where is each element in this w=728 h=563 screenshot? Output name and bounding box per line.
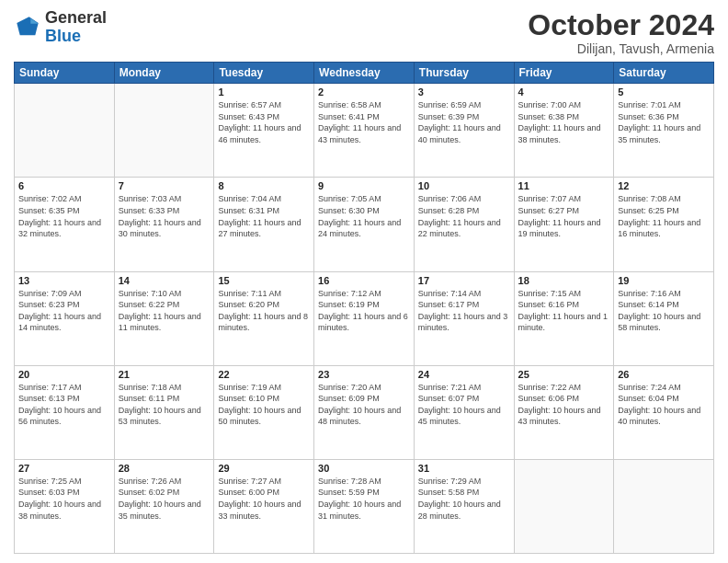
col-wednesday: Wednesday xyxy=(314,63,415,84)
day-number: 29 xyxy=(218,463,310,474)
table-row: 24Sunrise: 7:21 AM Sunset: 6:07 PM Dayli… xyxy=(414,365,514,459)
table-row: 25Sunrise: 7:22 AM Sunset: 6:06 PM Dayli… xyxy=(514,365,614,459)
day-info: Sunrise: 7:17 AM Sunset: 6:13 PM Dayligh… xyxy=(18,382,110,428)
day-number: 18 xyxy=(518,275,610,286)
table-row: 14Sunrise: 7:10 AM Sunset: 6:22 PM Dayli… xyxy=(114,271,214,365)
table-row: 29Sunrise: 7:27 AM Sunset: 6:00 PM Dayli… xyxy=(214,459,314,553)
day-info: Sunrise: 7:26 AM Sunset: 6:02 PM Dayligh… xyxy=(119,476,210,522)
day-number: 11 xyxy=(518,180,610,191)
table-row: 10Sunrise: 7:06 AM Sunset: 6:28 PM Dayli… xyxy=(414,178,514,271)
day-number: 8 xyxy=(218,180,310,191)
table-row: 15Sunrise: 7:11 AM Sunset: 6:20 PM Dayli… xyxy=(214,271,314,365)
month-title: October 2024 xyxy=(528,9,714,41)
col-saturday: Saturday xyxy=(614,63,714,84)
day-number: 24 xyxy=(418,369,510,380)
table-row: 1Sunrise: 6:57 AM Sunset: 6:43 PM Daylig… xyxy=(214,84,314,178)
day-number: 14 xyxy=(119,275,210,286)
day-number: 12 xyxy=(618,180,710,191)
day-info: Sunrise: 7:02 AM Sunset: 6:35 PM Dayligh… xyxy=(18,193,110,239)
day-info: Sunrise: 7:04 AM Sunset: 6:31 PM Dayligh… xyxy=(218,193,310,239)
day-number: 23 xyxy=(318,369,410,380)
table-row xyxy=(114,84,214,178)
day-info: Sunrise: 7:07 AM Sunset: 6:27 PM Dayligh… xyxy=(518,193,610,239)
day-number: 9 xyxy=(318,180,410,191)
day-info: Sunrise: 7:27 AM Sunset: 6:00 PM Dayligh… xyxy=(218,476,310,522)
day-info: Sunrise: 7:01 AM Sunset: 6:36 PM Dayligh… xyxy=(618,99,710,145)
day-info: Sunrise: 7:15 AM Sunset: 6:16 PM Dayligh… xyxy=(518,288,610,334)
col-tuesday: Tuesday xyxy=(214,63,314,84)
day-number: 25 xyxy=(518,369,610,380)
table-row: 22Sunrise: 7:19 AM Sunset: 6:10 PM Dayli… xyxy=(214,365,314,459)
day-info: Sunrise: 7:08 AM Sunset: 6:25 PM Dayligh… xyxy=(618,193,710,239)
table-row: 31Sunrise: 7:29 AM Sunset: 5:58 PM Dayli… xyxy=(414,459,514,553)
svg-marker-0 xyxy=(17,17,38,35)
table-row: 28Sunrise: 7:26 AM Sunset: 6:02 PM Dayli… xyxy=(114,459,214,553)
day-info: Sunrise: 7:14 AM Sunset: 6:17 PM Dayligh… xyxy=(418,288,510,334)
day-number: 5 xyxy=(618,86,710,98)
table-row: 5Sunrise: 7:01 AM Sunset: 6:36 PM Daylig… xyxy=(614,84,714,178)
day-info: Sunrise: 7:22 AM Sunset: 6:06 PM Dayligh… xyxy=(518,382,610,428)
table-row xyxy=(614,459,714,553)
table-row: 21Sunrise: 7:18 AM Sunset: 6:11 PM Dayli… xyxy=(114,365,214,459)
table-row: 8Sunrise: 7:04 AM Sunset: 6:31 PM Daylig… xyxy=(214,178,314,271)
day-number: 1 xyxy=(218,86,310,98)
table-row xyxy=(514,459,614,553)
table-row: 13Sunrise: 7:09 AM Sunset: 6:23 PM Dayli… xyxy=(15,271,115,365)
page: General Blue October 2024 Dilijan, Tavus… xyxy=(0,0,728,563)
table-row: 2Sunrise: 6:58 AM Sunset: 6:41 PM Daylig… xyxy=(314,84,415,178)
day-info: Sunrise: 6:58 AM Sunset: 6:41 PM Dayligh… xyxy=(318,99,410,145)
day-info: Sunrise: 7:19 AM Sunset: 6:10 PM Dayligh… xyxy=(218,382,310,428)
table-row: 9Sunrise: 7:05 AM Sunset: 6:30 PM Daylig… xyxy=(314,178,415,271)
calendar-week-row: 1Sunrise: 6:57 AM Sunset: 6:43 PM Daylig… xyxy=(15,84,714,178)
day-number: 26 xyxy=(618,369,710,380)
table-row: 27Sunrise: 7:25 AM Sunset: 6:03 PM Dayli… xyxy=(15,459,115,553)
day-info: Sunrise: 7:06 AM Sunset: 6:28 PM Dayligh… xyxy=(418,193,510,239)
calendar-week-row: 27Sunrise: 7:25 AM Sunset: 6:03 PM Dayli… xyxy=(15,459,714,553)
col-sunday: Sunday xyxy=(15,63,115,84)
logo-blue: Blue xyxy=(45,27,81,45)
day-number: 2 xyxy=(318,86,410,98)
table-row xyxy=(15,84,115,178)
day-info: Sunrise: 7:16 AM Sunset: 6:14 PM Dayligh… xyxy=(618,288,710,334)
col-friday: Friday xyxy=(514,63,614,84)
day-number: 16 xyxy=(318,275,410,286)
day-number: 30 xyxy=(318,463,410,474)
table-row: 23Sunrise: 7:20 AM Sunset: 6:09 PM Dayli… xyxy=(314,365,415,459)
day-info: Sunrise: 7:00 AM Sunset: 6:38 PM Dayligh… xyxy=(518,99,610,145)
day-info: Sunrise: 7:05 AM Sunset: 6:30 PM Dayligh… xyxy=(318,193,410,239)
calendar-week-row: 13Sunrise: 7:09 AM Sunset: 6:23 PM Dayli… xyxy=(15,271,714,365)
logo-general: General xyxy=(45,8,107,27)
day-info: Sunrise: 7:20 AM Sunset: 6:09 PM Dayligh… xyxy=(318,382,410,428)
calendar-week-row: 20Sunrise: 7:17 AM Sunset: 6:13 PM Dayli… xyxy=(15,365,714,459)
logo-text: General Blue xyxy=(45,9,107,46)
day-info: Sunrise: 7:09 AM Sunset: 6:23 PM Dayligh… xyxy=(18,288,110,334)
day-number: 15 xyxy=(218,275,310,286)
day-number: 27 xyxy=(18,463,110,474)
table-row: 3Sunrise: 6:59 AM Sunset: 6:39 PM Daylig… xyxy=(414,84,514,178)
table-row: 16Sunrise: 7:12 AM Sunset: 6:19 PM Dayli… xyxy=(314,271,415,365)
day-info: Sunrise: 7:11 AM Sunset: 6:20 PM Dayligh… xyxy=(218,288,310,334)
table-row: 19Sunrise: 7:16 AM Sunset: 6:14 PM Dayli… xyxy=(614,271,714,365)
location: Dilijan, Tavush, Armenia xyxy=(528,41,714,56)
table-row: 4Sunrise: 7:00 AM Sunset: 6:38 PM Daylig… xyxy=(514,84,614,178)
table-row: 11Sunrise: 7:07 AM Sunset: 6:27 PM Dayli… xyxy=(514,178,614,271)
day-number: 28 xyxy=(119,463,210,474)
day-info: Sunrise: 6:59 AM Sunset: 6:39 PM Dayligh… xyxy=(418,99,510,145)
day-number: 4 xyxy=(518,86,610,98)
table-row: 6Sunrise: 7:02 AM Sunset: 6:35 PM Daylig… xyxy=(15,178,115,271)
calendar-week-row: 6Sunrise: 7:02 AM Sunset: 6:35 PM Daylig… xyxy=(15,178,714,271)
day-info: Sunrise: 6:57 AM Sunset: 6:43 PM Dayligh… xyxy=(218,99,310,145)
logo-icon xyxy=(14,14,41,41)
day-number: 17 xyxy=(418,275,510,286)
col-thursday: Thursday xyxy=(414,63,514,84)
logo: General Blue xyxy=(14,9,107,46)
day-number: 7 xyxy=(119,180,210,191)
day-info: Sunrise: 7:21 AM Sunset: 6:07 PM Dayligh… xyxy=(418,382,510,428)
calendar-header-row: Sunday Monday Tuesday Wednesday Thursday… xyxy=(15,63,714,84)
day-info: Sunrise: 7:12 AM Sunset: 6:19 PM Dayligh… xyxy=(318,288,410,334)
day-info: Sunrise: 7:29 AM Sunset: 5:58 PM Dayligh… xyxy=(418,476,510,522)
title-area: October 2024 Dilijan, Tavush, Armenia xyxy=(528,9,714,56)
col-monday: Monday xyxy=(114,63,214,84)
day-number: 19 xyxy=(618,275,710,286)
day-info: Sunrise: 7:03 AM Sunset: 6:33 PM Dayligh… xyxy=(119,193,210,239)
